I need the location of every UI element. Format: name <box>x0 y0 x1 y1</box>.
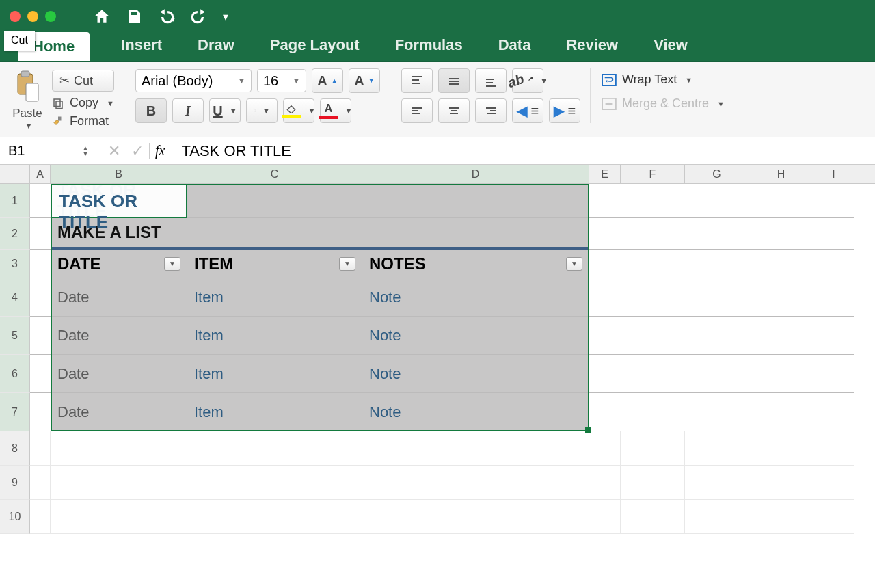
formula-input[interactable]: TASK OR TITLE <box>170 142 875 160</box>
cell-notes[interactable]: Note <box>362 355 589 393</box>
align-right-button[interactable] <box>475 98 507 123</box>
cell-date[interactable]: Date <box>51 278 187 317</box>
cell-item[interactable]: Item <box>187 393 362 431</box>
header-notes[interactable]: NOTES ▼ <box>362 250 589 278</box>
bold-button[interactable]: B <box>135 98 167 123</box>
tab-insert[interactable]: Insert <box>117 32 166 61</box>
col-header-d[interactable]: D <box>362 165 589 183</box>
select-all-corner[interactable] <box>0 165 30 184</box>
header-item[interactable]: ITEM ▼ <box>187 250 362 278</box>
align-top-button[interactable] <box>401 68 433 93</box>
caret-down-icon[interactable]: ▼ <box>82 151 89 157</box>
align-left-button[interactable] <box>401 98 433 123</box>
row-header-8[interactable]: 8 <box>0 431 30 466</box>
table-row[interactable]: DateItemNote <box>30 317 875 355</box>
format-painter-button[interactable]: Format <box>52 114 114 129</box>
align-center-button[interactable] <box>438 98 470 123</box>
paste-menu-caret[interactable]: ▼ <box>25 122 33 130</box>
increase-indent-button[interactable]: ▶≡ <box>549 98 580 123</box>
row-header-9[interactable]: 9 <box>0 466 30 500</box>
titlebar: ▾ ▾ <box>0 0 875 33</box>
cell-date[interactable]: Date <box>51 393 187 431</box>
merge-label: Merge & Centre <box>622 96 709 111</box>
wrap-text-label: Wrap Text <box>622 72 677 87</box>
row-header-2[interactable]: 2 <box>0 218 30 250</box>
svg-rect-25 <box>602 74 616 85</box>
row-header-3[interactable]: 3 <box>0 250 30 278</box>
table-row[interactable]: DateItemNote <box>30 278 875 317</box>
tab-page-layout[interactable]: Page Layout <box>266 32 364 61</box>
table-row[interactable]: DateItemNote <box>30 393 875 431</box>
tab-data[interactable]: Data <box>494 32 535 61</box>
col-header-c[interactable]: C <box>187 165 362 183</box>
cell-notes[interactable]: Note <box>362 317 589 355</box>
font-size-select[interactable]: 16 ▼ <box>257 69 306 92</box>
fx-label[interactable]: fx <box>149 143 170 159</box>
filter-button-date[interactable]: ▼ <box>164 257 180 271</box>
row-headers: 1 2 3 4 5 6 7 8 9 10 <box>0 184 30 534</box>
increase-font-button[interactable]: A▲ <box>312 68 343 93</box>
header-date[interactable]: DATE ▼ <box>51 250 187 278</box>
zoom-window[interactable] <box>45 11 56 22</box>
copy-icon <box>52 97 64 109</box>
orientation-button[interactable]: ab ↗▼ <box>512 68 543 93</box>
customize-qat-icon[interactable]: ▾ <box>223 8 228 25</box>
tab-review[interactable]: Review <box>562 32 622 61</box>
col-header-h[interactable]: H <box>749 165 813 183</box>
filter-button-notes[interactable]: ▼ <box>566 257 582 271</box>
decrease-indent-button[interactable]: ◀≡ <box>512 98 543 123</box>
col-header-g[interactable]: G <box>685 165 749 183</box>
cell-item[interactable]: Item <box>187 278 362 317</box>
home-icon[interactable] <box>93 8 111 25</box>
cell-item[interactable]: Item <box>187 355 362 393</box>
confirm-formula-button[interactable]: ✓ <box>126 142 149 160</box>
redo-icon[interactable] <box>190 8 208 25</box>
close-window[interactable] <box>10 11 21 22</box>
col-header-e[interactable]: E <box>589 165 621 183</box>
row-header-10[interactable]: 10 <box>0 500 30 534</box>
cancel-formula-button[interactable]: ✕ <box>103 142 126 160</box>
save-icon[interactable] <box>126 8 142 25</box>
table-row[interactable]: DateItemNote <box>30 355 875 393</box>
minimize-window[interactable] <box>27 11 38 22</box>
cell-subtitle[interactable]: MAKE A LIST <box>51 218 187 250</box>
cut-button[interactable]: ✂ Cut <box>52 70 114 92</box>
col-header-f[interactable]: F <box>621 165 685 183</box>
row-header-6[interactable]: 6 <box>0 355 30 393</box>
col-header-b[interactable]: B <box>51 165 187 183</box>
borders-button[interactable]: ▼ <box>246 98 278 123</box>
tab-draw[interactable]: Draw <box>193 32 239 61</box>
cell-date[interactable]: Date <box>51 317 187 355</box>
wrap-text-button[interactable]: Wrap Text ▼ <box>602 72 725 87</box>
row-header-4[interactable]: 4 <box>0 278 30 317</box>
paste-icon[interactable] <box>12 68 42 105</box>
undo-icon[interactable]: ▾ <box>157 8 175 25</box>
font-color-button[interactable]: A ▼ <box>320 98 351 123</box>
cell-item[interactable]: Item <box>187 317 362 355</box>
filter-button-item[interactable]: ▼ <box>339 257 355 271</box>
underline-button[interactable]: U▼ <box>209 98 241 123</box>
name-box[interactable]: B1 ▲▼ <box>0 143 93 159</box>
decrease-font-button[interactable]: A▼ <box>349 68 380 93</box>
tab-formulas[interactable]: Formulas <box>391 32 467 61</box>
align-bottom-button[interactable] <box>475 68 507 93</box>
align-middle-button[interactable] <box>438 68 470 93</box>
row-header-5[interactable]: 5 <box>0 317 30 355</box>
col-header-a[interactable]: A <box>30 165 51 183</box>
tab-view[interactable]: View <box>649 32 692 61</box>
ribbon: Paste ▼ ✂ Cut Copy ▼ Format <box>0 62 875 137</box>
copy-button[interactable]: Copy ▼ <box>52 96 114 110</box>
cell-notes[interactable]: Note <box>362 393 589 431</box>
row-header-7[interactable]: 7 <box>0 393 30 431</box>
merge-centre-button[interactable]: Merge & Centre ▼ <box>602 96 725 111</box>
cell-date[interactable]: Date <box>51 355 187 393</box>
italic-button[interactable]: I <box>172 98 204 123</box>
row-header-1[interactable]: 1 <box>0 184 30 218</box>
paste-label[interactable]: Paste <box>12 107 42 120</box>
fill-color-button[interactable]: ▼ <box>283 98 314 123</box>
spreadsheet-grid[interactable]: 1 2 3 4 5 6 7 8 9 10 TASK OR TITLE MAKE … <box>0 184 875 534</box>
cell-notes[interactable]: Note <box>362 278 589 317</box>
cell-title[interactable]: TASK OR TITLE <box>51 184 187 218</box>
font-name-select[interactable]: Arial (Body) ▼ <box>135 69 252 92</box>
col-header-i[interactable]: I <box>813 165 854 183</box>
